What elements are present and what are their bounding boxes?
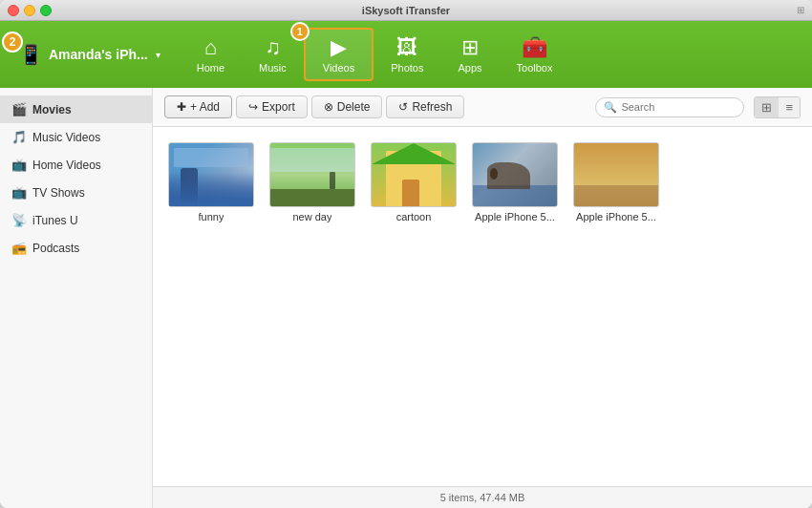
maximize-button[interactable] bbox=[40, 5, 52, 16]
nav-tabs: ⌂ Home 1 ♫ Music ▶ Videos 🖼 Photos ⊞ bbox=[170, 28, 802, 81]
app-window: iSkysoft iTransfer ⊞ 2 📱 Amanda's iPh...… bbox=[0, 0, 812, 508]
sidebar-item-tv-shows[interactable]: 📺 TV Shows bbox=[0, 179, 152, 206]
refresh-button[interactable]: ↺ Refresh bbox=[386, 95, 464, 118]
badge-2: 2 bbox=[2, 32, 23, 53]
video-thumbnail-funny bbox=[168, 142, 254, 207]
tab-photos[interactable]: 🖼 Photos bbox=[374, 28, 440, 81]
device-icon: 📱 bbox=[19, 43, 43, 66]
action-bar: ✚ + Add ↪ Export ⊗ Delete ↺ Refresh � bbox=[153, 88, 812, 127]
sidebar-item-tv-shows-label: TV Shows bbox=[32, 186, 85, 200]
close-button[interactable] bbox=[8, 5, 19, 16]
tab-home[interactable]: ⌂ Home bbox=[180, 28, 242, 81]
video-name-funny: funny bbox=[199, 211, 224, 222]
video-thumbnail-newday bbox=[269, 142, 355, 207]
search-icon: 🔍 bbox=[604, 101, 617, 114]
tab-music-label: Music bbox=[259, 62, 287, 74]
list-item[interactable]: Apple iPhone 5... bbox=[573, 142, 659, 222]
refresh-icon: ↺ bbox=[398, 100, 408, 114]
video-grid: funny new day bbox=[153, 127, 812, 486]
add-button[interactable]: ✚ + Add bbox=[164, 95, 232, 118]
list-item[interactable]: new day bbox=[269, 142, 355, 222]
toolbox-icon: 🧰 bbox=[522, 35, 547, 60]
search-box: 🔍 bbox=[595, 97, 744, 117]
list-item[interactable]: Apple iPhone 5... bbox=[472, 142, 558, 222]
sidebar-item-movies-label: Movies bbox=[32, 103, 72, 116]
search-input[interactable] bbox=[621, 101, 736, 113]
content-area: ✚ + Add ↪ Export ⊗ Delete ↺ Refresh � bbox=[153, 88, 812, 508]
tab-videos-label: Videos bbox=[323, 62, 354, 74]
apps-icon: ⊞ bbox=[461, 35, 479, 60]
video-name-cartoon: cartoon bbox=[396, 211, 432, 222]
chevron-down-icon: ▾ bbox=[156, 50, 160, 60]
tab-toolbox-label: Toolbox bbox=[517, 62, 553, 74]
video-thumbnail-iphone1 bbox=[472, 142, 558, 207]
view-toggle: ⊞ ≡ bbox=[754, 96, 801, 118]
export-button[interactable]: ↪ Export bbox=[236, 95, 308, 118]
sidebar-item-home-videos[interactable]: 📺 Home Videos bbox=[0, 151, 152, 179]
toolbar: 2 📱 Amanda's iPh... ▾ ⌂ Home 1 ♫ Music ▶… bbox=[0, 21, 812, 88]
list-item[interactable]: funny bbox=[168, 142, 254, 222]
delete-button[interactable]: ⊗ Delete bbox=[311, 95, 383, 118]
sidebar-item-itunes-u-label: iTunes U bbox=[32, 214, 78, 227]
minimize-button[interactable] bbox=[24, 5, 35, 16]
corner-button[interactable]: ⊞ bbox=[797, 5, 804, 15]
video-name-iphone5b: Apple iPhone 5... bbox=[576, 211, 656, 222]
video-thumbnail-iphone2 bbox=[573, 142, 659, 207]
sidebar: 🎬 Movies 🎵 Music Videos 📺 Home Videos 📺 … bbox=[0, 88, 153, 508]
export-label: Export bbox=[262, 100, 295, 114]
traffic-lights bbox=[8, 5, 52, 16]
sidebar-item-podcasts-label: Podcasts bbox=[32, 242, 79, 255]
grid-view-button[interactable]: ⊞ bbox=[755, 97, 779, 117]
device-name: Amanda's iPh... bbox=[49, 47, 148, 62]
tab-home-label: Home bbox=[197, 62, 224, 74]
tv-shows-icon: 📺 bbox=[11, 185, 27, 200]
sidebar-item-home-videos-label: Home Videos bbox=[32, 159, 101, 172]
plus-icon: ✚ bbox=[177, 100, 186, 114]
title-bar: iSkysoft iTransfer ⊞ bbox=[0, 0, 812, 21]
music-videos-icon: 🎵 bbox=[11, 130, 27, 144]
device-selector[interactable]: 2 📱 Amanda's iPh... ▾ bbox=[10, 39, 170, 70]
podcasts-icon: 📻 bbox=[11, 241, 27, 255]
list-item[interactable]: cartoon bbox=[371, 142, 457, 222]
videos-icon: ▶ bbox=[331, 35, 347, 60]
delete-label: Delete bbox=[337, 100, 371, 114]
add-label: + Add bbox=[190, 100, 220, 114]
tab-music[interactable]: 1 ♫ Music bbox=[242, 28, 304, 81]
video-thumbnail-cartoon bbox=[371, 142, 457, 207]
tab-photos-label: Photos bbox=[391, 62, 423, 74]
sidebar-item-itunes-u[interactable]: 📡 iTunes U bbox=[0, 206, 152, 234]
sidebar-item-music-videos[interactable]: 🎵 Music Videos bbox=[0, 123, 152, 151]
tab-videos[interactable]: ▶ Videos bbox=[304, 28, 374, 81]
tab-toolbox[interactable]: 🧰 Toolbox bbox=[500, 28, 570, 81]
sidebar-item-podcasts[interactable]: 📻 Podcasts bbox=[0, 234, 152, 262]
video-name-newday: new day bbox=[293, 211, 332, 222]
window-title: iSkysoft iTransfer bbox=[362, 5, 450, 16]
itunes-u-icon: 📡 bbox=[11, 213, 27, 227]
sidebar-item-music-videos-label: Music Videos bbox=[32, 131, 100, 144]
sidebar-item-movies[interactable]: 🎬 Movies bbox=[0, 95, 152, 123]
main-area: 🎬 Movies 🎵 Music Videos 📺 Home Videos 📺 … bbox=[0, 88, 812, 508]
status-bar: 5 items, 47.44 MB bbox=[153, 486, 812, 508]
tab-apps-label: Apps bbox=[458, 62, 481, 74]
export-icon: ↪ bbox=[248, 100, 258, 114]
photos-icon: 🖼 bbox=[396, 35, 417, 60]
home-icon: ⌂ bbox=[204, 35, 217, 60]
home-videos-icon: 📺 bbox=[11, 158, 27, 172]
tab-apps[interactable]: ⊞ Apps bbox=[440, 28, 499, 81]
video-name-iphone5a: Apple iPhone 5... bbox=[475, 211, 555, 222]
status-text: 5 items, 47.44 MB bbox=[440, 492, 525, 503]
movies-icon: 🎬 bbox=[11, 102, 27, 116]
list-view-button[interactable]: ≡ bbox=[779, 97, 800, 117]
music-icon: ♫ bbox=[265, 35, 281, 60]
refresh-label: Refresh bbox=[412, 100, 452, 114]
delete-icon: ⊗ bbox=[324, 100, 333, 114]
badge-1: 1 bbox=[290, 22, 310, 41]
